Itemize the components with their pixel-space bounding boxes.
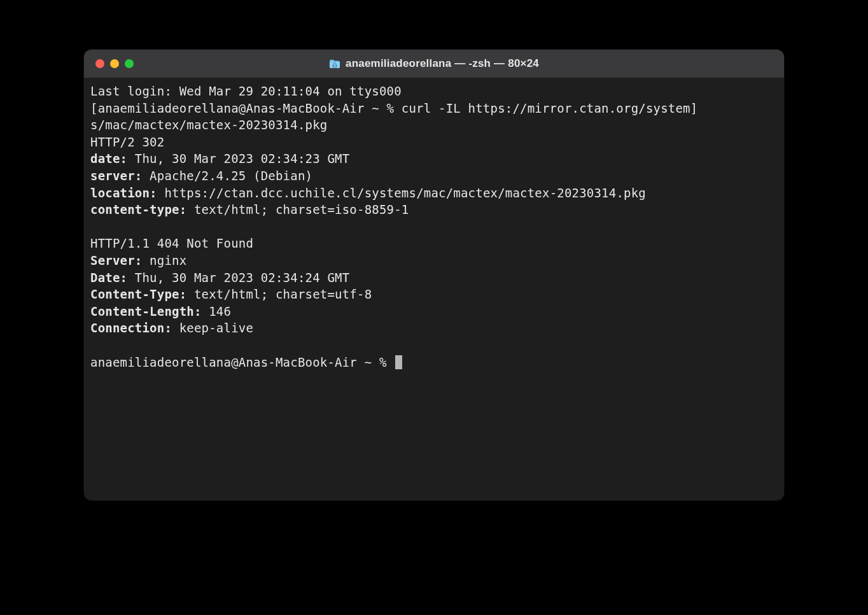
header-val-server-2: nginx (142, 253, 186, 267)
title-container: anaemiliadeorellana — -zsh — 80×24 (84, 57, 784, 70)
header-val-date-1: Thu, 30 Mar 2023 02:34:23 GMT (127, 152, 349, 166)
header-val-location: https://ctan.dcc.uchile.cl/systems/mac/m… (157, 186, 646, 200)
shell-prompt-1: anaemiliadeorellana@Anas-MacBook-Air ~ % (98, 101, 402, 115)
header-val-content-length: 146 (202, 304, 232, 318)
header-key-content-type-2: Content-Type: (90, 287, 186, 301)
window-title: anaemiliadeorellana — -zsh — 80×24 (346, 57, 539, 70)
maximize-button[interactable] (125, 59, 134, 68)
prompt-bracket-close: ] (690, 101, 698, 115)
header-key-location: location: (90, 186, 157, 200)
shell-prompt-2: anaemiliadeorellana@Anas-MacBook-Air ~ % (90, 355, 394, 369)
header-val-content-type-2: text/html; charset=utf-8 (186, 287, 372, 301)
header-key-content-length: Content-Length: (90, 304, 202, 318)
close-button[interactable] (95, 59, 104, 68)
header-val-content-type-1: text/html; charset=iso-8859-1 (186, 202, 409, 216)
command-input-1: curl -IL https://mirror.ctan.org/system (402, 101, 690, 115)
http-status-1: HTTP/2 302 (90, 135, 172, 149)
header-key-server-1: server: (90, 169, 142, 183)
http-status-2: HTTP/1.1 404 Not Found (90, 236, 253, 250)
folder-home-icon (329, 59, 340, 69)
header-val-server-1: Apache/2.4.25 (Debian) (142, 169, 312, 183)
header-key-content-type-1: content-type: (90, 202, 186, 216)
prompt-bracket-open: [ (90, 101, 98, 115)
last-login-line: Last login: Wed Mar 29 20:11:04 on ttys0… (90, 84, 402, 98)
command-input-1-cont: s/mac/mactex/mactex-20230314.pkg (90, 118, 327, 132)
titlebar: anaemiliadeorellana — -zsh — 80×24 (84, 50, 784, 78)
header-key-connection: Connection: (90, 321, 172, 335)
minimize-button[interactable] (110, 59, 119, 68)
header-key-server-2: Server: (90, 253, 142, 267)
cursor-icon (395, 355, 402, 369)
terminal-window: anaemiliadeorellana — -zsh — 80×24 Last … (84, 50, 784, 500)
traffic-lights (95, 59, 134, 68)
header-val-date-2: Thu, 30 Mar 2023 02:34:24 GMT (127, 271, 349, 285)
header-key-date-2: Date: (90, 271, 127, 285)
header-key-date-1: date: (90, 152, 127, 166)
terminal-body[interactable]: Last login: Wed Mar 29 20:11:04 on ttys0… (84, 78, 784, 376)
header-val-connection: keep-alive (172, 321, 253, 335)
